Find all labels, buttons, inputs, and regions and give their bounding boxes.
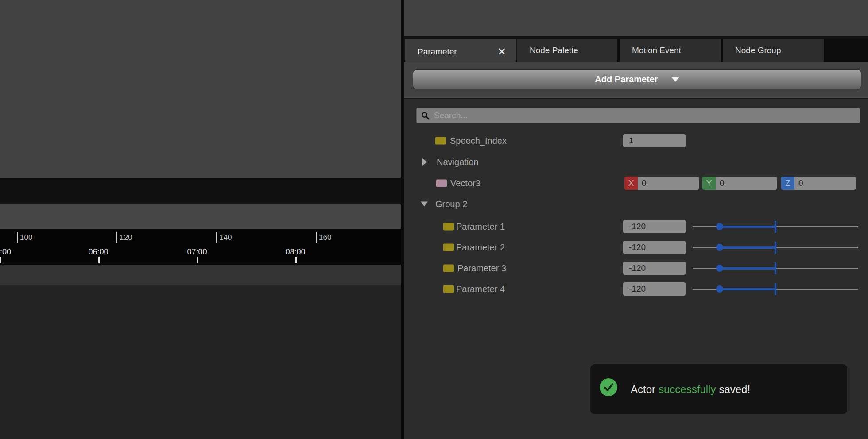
slider-handle[interactable]: [716, 244, 723, 251]
slider-fill: [720, 226, 775, 228]
viewport-top-region: [0, 0, 401, 178]
slider-handle[interactable]: [716, 223, 723, 230]
panel-divider[interactable]: [401, 0, 404, 439]
parameter-label: Vector3: [450, 178, 480, 189]
group-row: Navigation: [404, 155, 868, 169]
panel-body: Speech_Index 1 Navigation Vector3 X 0 Y …: [404, 99, 868, 439]
tab-bar: Parameter ✕ Node Palette Motion Event No…: [404, 36, 868, 62]
frame-tick-label: 160: [319, 234, 331, 241]
axis-x-badge: X: [624, 177, 638, 190]
time-tick: [197, 257, 198, 263]
frame-tick-label: 120: [120, 234, 132, 241]
tick-line: [216, 232, 217, 243]
toast-message: Actor successfully saved!: [631, 364, 750, 414]
search-icon: [421, 112, 430, 120]
slider-default-marker: [775, 283, 776, 295]
vector-axis-z: Z 0: [781, 177, 856, 190]
slider-fill: [720, 246, 775, 249]
frame-tick: 120: [116, 231, 132, 243]
slider-default-marker: [775, 221, 776, 233]
parameter-panel: Parameter ✕ Node Palette Motion Event No…: [404, 0, 868, 439]
parameter-row: Parameter 3 -120: [404, 262, 868, 275]
triangle-down-icon[interactable]: [421, 202, 428, 207]
viewport-area: 100 120 140 160 :00 06:00 07:00 08:00: [0, 0, 401, 439]
group-label[interactable]: Group 2: [435, 199, 467, 209]
toast-notification: Actor successfully saved!: [590, 364, 847, 414]
axis-x-field[interactable]: 0: [638, 177, 699, 190]
slider-fill: [720, 267, 775, 270]
timeline-lower-band: [0, 265, 401, 285]
tab-label: Motion Event: [632, 46, 681, 55]
group-label[interactable]: Navigation: [437, 157, 479, 167]
slider-default-marker: [775, 262, 776, 274]
frame-tick: 160: [316, 231, 331, 243]
timeline-bottom-region: [0, 285, 401, 439]
toast-highlight: successfully: [659, 383, 716, 396]
axis-z-badge: Z: [781, 177, 794, 190]
value-field[interactable]: -120: [623, 282, 686, 296]
tab-label: Node Group: [735, 46, 781, 55]
value-field[interactable]: -120: [623, 241, 686, 254]
value-field[interactable]: -120: [623, 220, 686, 233]
group-row: Group 2: [404, 197, 868, 211]
parameter-slider[interactable]: [693, 262, 858, 275]
parameter-row: Vector3 X 0 Y 0 Z 0: [404, 177, 868, 190]
frame-tick: 140: [216, 231, 232, 243]
parameter-label: Parameter 4: [456, 284, 505, 294]
parameter-row: Speech_Index 1: [404, 134, 868, 147]
tab-node-group[interactable]: Node Group: [723, 39, 824, 62]
time-label: :00: [0, 248, 11, 256]
success-check-icon: [600, 378, 617, 396]
tab-motion-event[interactable]: Motion Event: [620, 39, 721, 62]
app-root: 100 120 140 160 :00 06:00 07:00 08:00: [0, 0, 868, 439]
toast-suffix: saved!: [719, 383, 750, 396]
value-field[interactable]: 1: [623, 134, 686, 147]
triangle-right-icon[interactable]: [422, 158, 427, 166]
tick-line: [116, 232, 117, 243]
axis-y-badge: Y: [702, 177, 716, 190]
time-label: 07:00: [187, 248, 207, 256]
time-tick: [98, 257, 100, 263]
add-parameter-label: Add Parameter: [595, 74, 658, 85]
tick-line: [316, 232, 317, 243]
parameter-row: Parameter 1 -120: [404, 220, 868, 233]
vector-axis-y: Y 0: [702, 177, 777, 190]
color-swatch: [443, 223, 454, 231]
toolbar: Add Parameter: [404, 62, 868, 99]
timeline-track-band[interactable]: [0, 204, 401, 229]
color-swatch: [443, 244, 454, 251]
frame-tick: 100: [17, 231, 32, 243]
color-swatch: [435, 137, 446, 145]
tab-label: Node Palette: [530, 46, 578, 55]
axis-y-field[interactable]: 0: [716, 177, 777, 190]
slider-handle[interactable]: [716, 265, 723, 272]
search-input[interactable]: [433, 110, 855, 121]
viewport-gap: [0, 178, 401, 204]
parameter-label: Parameter 3: [457, 263, 506, 273]
time-label: 06:00: [88, 248, 108, 256]
parameter-label: Speech_Index: [450, 136, 507, 146]
parameter-slider[interactable]: [693, 241, 858, 254]
chevron-down-icon: [671, 77, 679, 82]
timeline-ruler[interactable]: 100 120 140 160 :00 06:00 07:00 08:00: [0, 229, 401, 265]
close-icon[interactable]: ✕: [497, 46, 506, 57]
parameter-row: Parameter 2 -120: [404, 241, 868, 254]
time-tick: [0, 257, 1, 263]
slider-handle[interactable]: [716, 285, 723, 293]
time-label: 08:00: [285, 248, 305, 256]
toast-prefix: Actor: [631, 383, 655, 396]
time-tick: [295, 257, 297, 263]
tab-parameter[interactable]: Parameter ✕: [405, 39, 516, 65]
frame-tick-label: 140: [219, 234, 232, 241]
tab-node-palette[interactable]: Node Palette: [517, 39, 617, 62]
add-parameter-button[interactable]: Add Parameter: [413, 69, 861, 89]
value-field[interactable]: -120: [623, 262, 686, 275]
parameter-label: Parameter 1: [456, 222, 505, 232]
parameter-slider[interactable]: [693, 220, 858, 233]
vector-axis-x: X 0: [624, 177, 699, 190]
parameter-slider[interactable]: [693, 282, 858, 296]
color-swatch: [443, 265, 454, 272]
axis-z-field[interactable]: 0: [794, 177, 856, 190]
tab-label: Parameter: [418, 47, 457, 57]
frame-tick-label: 100: [20, 234, 32, 241]
